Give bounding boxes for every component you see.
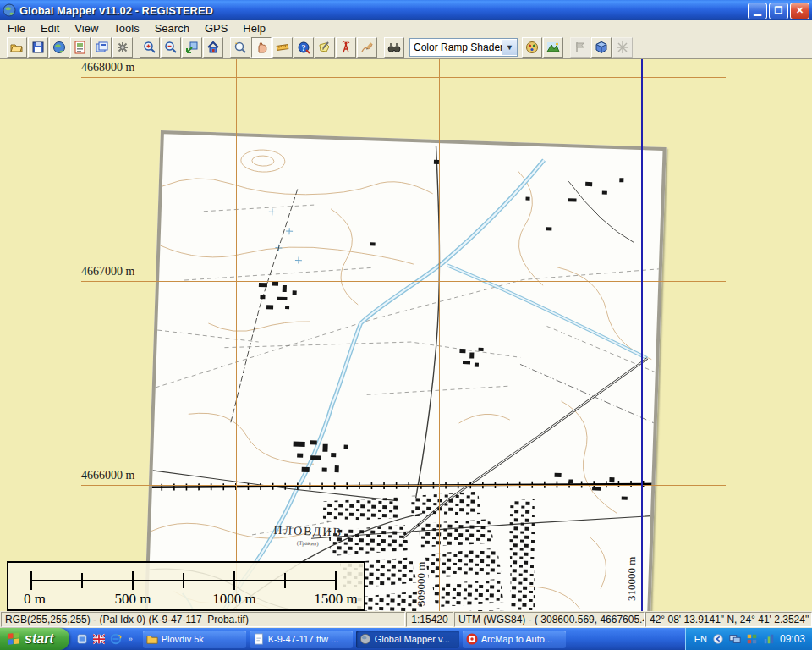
task-global-mapper[interactable]: Global Mapper v...	[356, 631, 459, 648]
control-center-button[interactable]	[91, 37, 112, 58]
home-view-button[interactable]	[203, 37, 223, 58]
quick-launch-chevron[interactable]: »	[129, 635, 133, 643]
scale-label-1500: 1500 m	[306, 591, 365, 608]
scale-label-0: 0 m	[5, 591, 64, 608]
gps-tower-icon	[339, 41, 353, 54]
marsh-symbols	[267, 208, 304, 263]
download-online-button[interactable]	[49, 37, 69, 58]
power-line	[518, 364, 656, 422]
map-view[interactable]: ПЛОВДИВ (Тракия) 4668000 m 4667000 m 466…	[0, 59, 812, 611]
svg-text:?: ?	[302, 43, 306, 52]
topo-map-graphics: ПЛОВДИВ (Тракия)	[147, 134, 663, 611]
tool-extra-button[interactable]	[612, 37, 633, 58]
shader-options-button[interactable]	[522, 37, 542, 58]
save-button[interactable]	[28, 37, 48, 58]
windows-flag-icon	[7, 632, 20, 646]
gridline-309000	[439, 59, 440, 611]
full-view-button[interactable]	[182, 37, 202, 58]
find-address-button[interactable]	[384, 37, 404, 58]
gps-tool-button[interactable]	[336, 37, 356, 58]
scale-label-500: 500 m	[103, 591, 162, 608]
close-button[interactable]: ✕	[790, 3, 809, 19]
export-button[interactable]	[70, 37, 91, 58]
zoom-tool-button[interactable]	[230, 37, 250, 58]
gridline-4668000	[81, 77, 726, 78]
configuration-button[interactable]	[112, 37, 133, 58]
menu-view[interactable]: View	[67, 22, 106, 35]
shader-dropdown[interactable]: Color Ramp Shader ▼	[409, 38, 518, 57]
menu-help[interactable]: Help	[235, 22, 273, 35]
task-label: Plovdiv 5k	[162, 634, 204, 644]
task-tfw-file[interactable]: K-9-47-117.tfw ...	[250, 631, 353, 648]
digitizer-icon	[318, 41, 332, 54]
menu-bar: File Edit View Tools Search GPS Help	[0, 20, 812, 36]
tray-chart-icon[interactable]	[763, 633, 775, 645]
task-label: K-9-47-117.tfw ...	[268, 634, 339, 644]
start-button[interactable]: start	[0, 628, 69, 650]
quick-launch: »	[69, 633, 140, 645]
internet-explorer-icon[interactable]	[110, 633, 122, 645]
flag-button[interactable]	[570, 37, 590, 58]
start-label: start	[25, 631, 54, 647]
red-ring-icon	[466, 633, 478, 645]
task-label: ArcMap to Auto...	[481, 634, 552, 644]
window-title: Global Mapper v11.02 - REGISTERED	[19, 4, 213, 17]
layers-icon	[95, 41, 108, 54]
menu-search[interactable]: Search	[147, 22, 197, 35]
globe-icon	[52, 41, 66, 54]
quick-launch-app-icon[interactable]	[76, 633, 88, 645]
shader-dropdown-value: Color Ramp Shader	[410, 41, 502, 53]
gridline-310000	[641, 59, 643, 611]
system-tray: EN 09:03	[685, 628, 812, 650]
task-plovdiv-5k[interactable]: Plovdiv 5k	[143, 631, 246, 648]
path-profile-button[interactable]	[357, 37, 377, 58]
home-icon	[206, 41, 220, 54]
chevron-down-icon[interactable]: ▼	[502, 40, 517, 55]
flag-icon	[573, 41, 587, 54]
status-scale: 1:15420	[406, 612, 453, 627]
zoom-out-icon	[164, 41, 178, 54]
scale-label-1000: 1000 m	[205, 591, 264, 608]
menu-file[interactable]: File	[0, 22, 33, 35]
gridline-308000	[236, 59, 237, 611]
gridline-4666000	[81, 485, 726, 486]
zoom-in-icon	[143, 41, 156, 54]
task-arcmap-doc[interactable]: ArcMap to Auto...	[463, 631, 566, 648]
crosshair-icon	[616, 41, 629, 54]
globe-icon	[359, 633, 371, 645]
feature-info-button[interactable]: ?	[294, 37, 314, 58]
digitizer-tool-button[interactable]	[315, 37, 335, 58]
open-button[interactable]	[7, 37, 27, 58]
terrain-icon	[546, 41, 560, 54]
measure-tool-button[interactable]	[272, 37, 293, 58]
grid-label-309000: 309000 m	[414, 562, 428, 606]
minimize-button[interactable]: ▁	[748, 3, 767, 19]
zoom-in-button[interactable]	[140, 37, 160, 58]
terrain-options-button[interactable]	[543, 37, 563, 58]
taskbar: start » Plovdiv 5k K-9-47-117.tfw ...	[0, 628, 812, 650]
language-bar-icon[interactable]	[712, 633, 724, 645]
zoom-out-button[interactable]	[161, 37, 181, 58]
view-3d-button[interactable]	[591, 37, 612, 58]
network-icon[interactable]	[729, 633, 741, 645]
language-indicator[interactable]: EN	[694, 634, 707, 644]
clock[interactable]: 09:03	[780, 633, 805, 645]
ruler-icon	[276, 41, 289, 54]
restore-button[interactable]: ❐	[769, 3, 788, 19]
menu-tools[interactable]: Tools	[106, 22, 146, 35]
title-bar[interactable]: Global Mapper v11.02 - REGISTERED ▁ ❐ ✕	[0, 0, 812, 20]
grid-label-4666000: 4666000 m	[81, 469, 142, 482]
grid-label-4668000: 4668000 m	[81, 61, 142, 74]
grid-label-310000: 310000 m	[625, 557, 639, 601]
tray-app-icon[interactable]	[746, 633, 758, 645]
menu-edit[interactable]: Edit	[33, 22, 67, 35]
menu-gps[interactable]: GPS	[197, 22, 235, 35]
palette-icon	[525, 41, 539, 54]
topo-map-sheet[interactable]: ПЛОВДИВ (Тракия)	[144, 130, 667, 611]
pan-hand-icon	[255, 41, 268, 54]
global-mapper-window: { "window": { "title": "Global Mapper v1…	[0, 0, 812, 650]
uk-flag-icon[interactable]	[93, 633, 105, 645]
magnifier-icon	[233, 41, 247, 54]
pan-tool-button[interactable]	[251, 37, 272, 58]
status-pixel-info: RGB(255,255,255) - (Pal Idx 0) (K-9-47-1…	[1, 612, 405, 627]
